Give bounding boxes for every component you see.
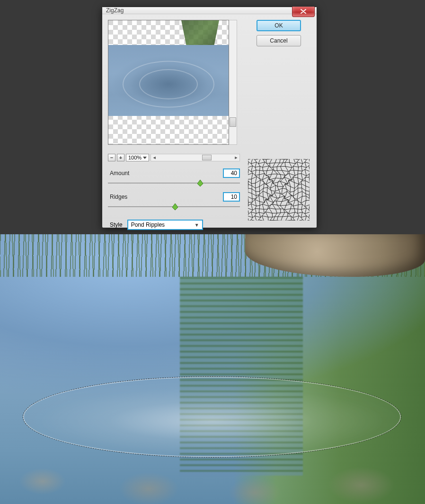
zoom-value: 100%	[128, 155, 142, 160]
titlebar[interactable]: ZigZag	[102, 7, 317, 14]
plus-icon: +	[119, 155, 122, 160]
zigzag-dialog: ZigZag − +	[102, 7, 317, 228]
selection-marquee[interactable]	[23, 376, 401, 458]
ridges-label: Ridges	[110, 194, 127, 200]
zoom-in-button[interactable]: +	[117, 154, 124, 161]
ridges-slider-handle[interactable]	[172, 203, 178, 210]
ok-label: OK	[274, 22, 283, 29]
left-column: − + 100% ◄ ► Amount	[108, 20, 240, 230]
style-label: Style	[110, 221, 123, 228]
amount-label: Amount	[110, 170, 129, 177]
ok-button[interactable]: OK	[257, 20, 301, 31]
preview-water-ripple	[108, 45, 229, 116]
zoom-dropdown[interactable]: 100%	[126, 154, 149, 161]
dialog-title: ZigZag	[106, 7, 124, 14]
minus-icon: −	[110, 155, 113, 160]
preview-tree-reflection	[181, 20, 219, 49]
amount-slider-block: Amount	[108, 168, 240, 186]
close-icon	[301, 8, 306, 15]
chevron-down-icon	[143, 157, 147, 159]
canvas-image[interactable]	[0, 234, 425, 504]
amount-input[interactable]	[223, 168, 240, 178]
cancel-label: Cancel	[270, 37, 287, 44]
right-column: OK Cancel	[247, 20, 311, 230]
scrollbar-thumb[interactable]	[230, 117, 236, 127]
cancel-button[interactable]: Cancel	[257, 35, 301, 46]
amount-slider-handle[interactable]	[197, 180, 203, 186]
style-row: Style Pond Ripples ▼	[108, 220, 240, 230]
ridges-slider-track[interactable]	[108, 204, 240, 209]
scroll-left-icon[interactable]: ◄	[151, 154, 158, 161]
dialog-body: − + 100% ◄ ► Amount	[102, 14, 317, 237]
amount-slider-track[interactable]	[108, 181, 240, 186]
chevron-down-icon: ▼	[195, 222, 199, 228]
ridges-input[interactable]	[223, 192, 240, 202]
zoom-out-button[interactable]: −	[108, 154, 115, 161]
distortion-grid-preview	[248, 159, 310, 221]
preview-vertical-scrollbar[interactable]	[229, 20, 237, 145]
effect-preview[interactable]	[108, 20, 229, 145]
ridges-slider-block: Ridges	[108, 192, 240, 209]
preview-horizontal-scrollbar[interactable]: ◄ ►	[151, 154, 240, 161]
preview-area	[108, 20, 240, 151]
scroll-right-icon[interactable]: ►	[233, 154, 239, 161]
style-dropdown[interactable]: Pond Ripples ▼	[127, 220, 203, 230]
style-selected: Pond Ripples	[131, 221, 165, 228]
scrollbar-thumb[interactable]	[202, 155, 212, 160]
zoom-toolbar: − + 100% ◄ ►	[108, 153, 240, 162]
close-button[interactable]	[292, 7, 315, 17]
